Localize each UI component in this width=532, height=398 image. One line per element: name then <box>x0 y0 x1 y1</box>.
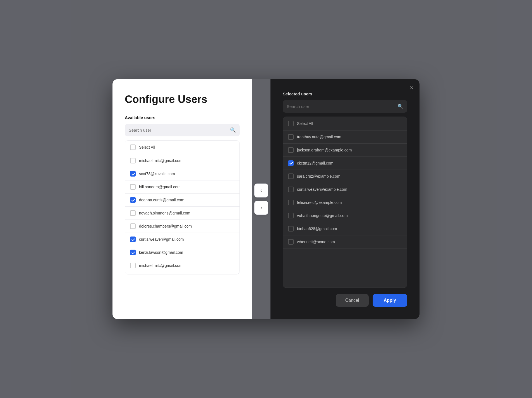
left-panel: Configure Users Available users 🔍 Select… <box>112 79 252 319</box>
dialog-title: Configure Users <box>125 94 240 105</box>
selected-user-email: wbennett@acme.com <box>297 240 335 244</box>
selected-user-row[interactable]: curtis.weaver@example.com <box>283 183 407 196</box>
available-users-label: Available users <box>125 115 240 120</box>
selected-select-all-label: Select All <box>297 121 313 126</box>
apply-button[interactable]: Apply <box>373 294 407 307</box>
footer-buttons: Cancel Apply <box>283 294 407 307</box>
selected-users-list-container: Select All tranthuy.nute@gmail.comjackso… <box>283 117 407 288</box>
transfer-right-button[interactable]: › <box>254 201 268 215</box>
available-user-email: michael.mitc@gmail.com <box>139 263 183 268</box>
selected-user-checkbox[interactable] <box>288 187 294 192</box>
selected-user-checkbox[interactable] <box>288 226 294 231</box>
selected-user-row[interactable]: vuhaithuongnute@gmail.com <box>283 209 407 222</box>
available-user-checkbox[interactable] <box>130 223 136 229</box>
selected-user-email: sara.cruz@example.com <box>297 174 340 179</box>
selected-user-checkbox[interactable] <box>288 239 294 245</box>
selected-user-checkbox[interactable] <box>288 200 294 205</box>
available-user-checkbox[interactable] <box>130 237 136 242</box>
selected-user-checkbox[interactable] <box>288 134 294 140</box>
available-user-email: kenzi.lawson@gmail.com <box>139 250 183 255</box>
available-user-email: curtis.weaver@gmail.com <box>139 237 184 242</box>
selected-user-email: jackson.graham@example.com <box>297 148 352 152</box>
available-user-row[interactable]: scot78@kuvalis.com <box>125 167 239 180</box>
available-user-checkbox[interactable] <box>130 197 136 203</box>
selected-search-box: 🔍 <box>283 100 407 113</box>
available-user-email: deanna.curtis@gmail.com <box>139 198 184 202</box>
selected-user-email: ckctm12@gmail.com <box>297 161 333 165</box>
selected-select-all-row[interactable]: Select All <box>283 117 407 131</box>
selected-user-row[interactable]: tranthuy.nute@gmail.com <box>283 131 407 144</box>
selected-user-checkbox[interactable] <box>288 173 294 179</box>
selected-user-email: felicia.reid@example.com <box>297 200 342 205</box>
available-user-row[interactable]: michael.mitc@gmail.com <box>125 259 239 272</box>
available-user-row[interactable]: bill.sanders@gmail.com <box>125 272 239 274</box>
available-user-checkbox[interactable] <box>130 210 136 216</box>
available-search-box: 🔍 <box>125 124 240 136</box>
configure-users-dialog: Configure Users Available users 🔍 Select… <box>112 79 420 319</box>
selected-user-row[interactable]: jackson.graham@example.com <box>283 144 407 157</box>
available-user-email: scot78@kuvalis.com <box>139 172 175 176</box>
available-user-row[interactable]: michael.mitc@gmail.com <box>125 154 239 167</box>
available-user-email: dolores.chambers@gmail.com <box>139 224 192 228</box>
selected-user-email: tranthuy.nute@gmail.com <box>297 135 341 139</box>
available-user-checkbox[interactable] <box>130 171 136 177</box>
available-user-email: bill.sanders@gmail.com <box>139 185 181 189</box>
selected-select-all-checkbox[interactable] <box>288 121 294 126</box>
available-user-row[interactable]: curtis.weaver@gmail.com <box>125 233 239 246</box>
available-user-row[interactable]: dolores.chambers@gmail.com <box>125 220 239 233</box>
available-user-row[interactable]: deanna.curtis@gmail.com <box>125 194 239 207</box>
available-user-checkbox[interactable] <box>130 184 136 190</box>
available-select-all-row[interactable]: Select All <box>125 141 239 154</box>
selected-user-row[interactable]: sara.cruz@example.com <box>283 170 407 183</box>
available-search-icon: 🔍 <box>230 127 236 133</box>
selected-user-list: tranthuy.nute@gmail.comjackson.graham@ex… <box>283 131 407 250</box>
cancel-button[interactable]: Cancel <box>336 294 369 307</box>
transfer-left-button[interactable]: ‹ <box>254 184 268 197</box>
selected-users-label: Selected users <box>283 91 407 96</box>
available-user-row[interactable]: bill.sanders@gmail.com <box>125 180 239 194</box>
selected-search-input[interactable] <box>287 104 395 109</box>
available-user-email: michael.mitc@gmail.com <box>139 158 183 163</box>
available-search-input[interactable] <box>129 128 227 132</box>
available-select-all-label: Select All <box>139 145 155 149</box>
selected-user-row[interactable]: wbennett@acme.com <box>283 235 407 249</box>
available-user-row[interactable]: kenzi.lawson@gmail.com <box>125 246 239 259</box>
available-user-checkbox[interactable] <box>130 263 136 268</box>
selected-user-row[interactable]: ckctm12@gmail.com <box>283 157 407 170</box>
selected-user-checkbox[interactable] <box>288 160 294 166</box>
available-user-list: michael.mitc@gmail.comscot78@kuvalis.com… <box>125 154 239 274</box>
available-select-all-checkbox[interactable] <box>130 144 136 150</box>
selected-user-row[interactable]: binhan628@gmail.com <box>283 222 407 235</box>
available-user-checkbox[interactable] <box>130 250 136 255</box>
selected-search-icon: 🔍 <box>397 103 403 109</box>
modal-overlay: Configure Users Available users 🔍 Select… <box>0 0 532 398</box>
available-user-email: nevaeh.simmons@gmail.com <box>139 211 190 215</box>
selected-user-row[interactable]: felicia.reid@example.com <box>283 196 407 209</box>
close-button[interactable]: × <box>410 85 413 91</box>
available-user-row[interactable]: nevaeh.simmons@gmail.com <box>125 207 239 220</box>
selected-user-checkbox[interactable] <box>288 213 294 218</box>
transfer-arrows: ‹ › <box>252 79 270 319</box>
available-user-checkbox[interactable] <box>130 158 136 163</box>
selected-user-email: binhan628@gmail.com <box>297 226 337 231</box>
selected-user-checkbox[interactable] <box>288 147 294 153</box>
right-panel: × Selected users 🔍 Select All tranthuy.n… <box>270 79 420 319</box>
selected-user-email: curtis.weaver@example.com <box>297 187 347 192</box>
selected-user-email: vuhaithuongnute@gmail.com <box>297 213 348 218</box>
selected-user-row[interactable]: kenzi.lawson@gmail.com <box>283 249 407 250</box>
available-users-list-container: Select All michael.mitc@gmail.comscot78@… <box>125 140 240 274</box>
